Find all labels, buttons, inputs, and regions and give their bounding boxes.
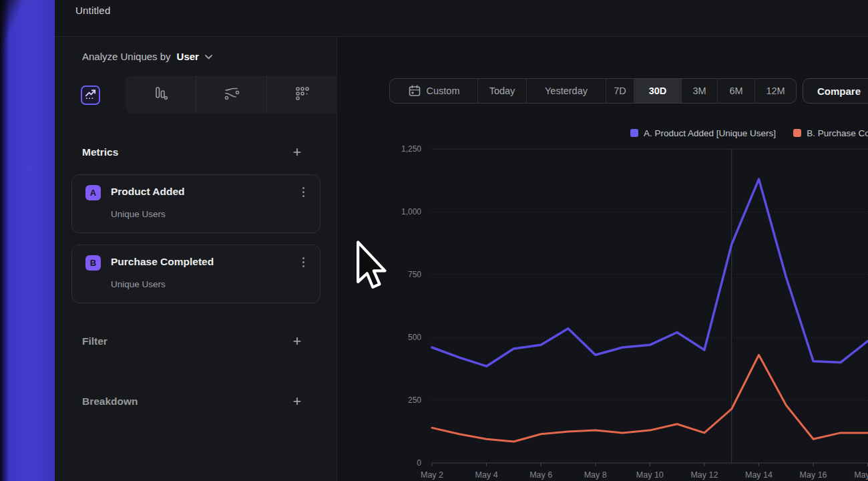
x-axis-ticks	[432, 463, 868, 466]
chart-type-tabs-rest	[126, 75, 337, 114]
kebab-menu-icon[interactable]	[298, 186, 308, 199]
legend-swatch	[630, 129, 638, 137]
svg-text:May 10: May 10	[636, 470, 664, 480]
line-chart-icon	[84, 88, 97, 103]
metric-card-a[interactable]: AProduct AddedUnique Users	[71, 174, 320, 233]
svg-text:1,250: 1,250	[401, 144, 421, 154]
add-metric-button[interactable]: +	[290, 145, 304, 160]
metric-measure[interactable]: Unique Users	[111, 279, 166, 289]
chevron-down-icon[interactable]	[205, 55, 212, 59]
range-label: 3M	[692, 86, 706, 96]
analyze-entity-dropdown[interactable]: User	[177, 51, 199, 62]
left-accent-strip	[0, 0, 55, 481]
svg-text:750: 750	[408, 270, 421, 279]
top-bar: Untitled	[55, 0, 868, 37]
x-axis-labels: May 2May 4May 6May 8May 10May 12May 14Ma…	[421, 470, 868, 480]
range-option-custom[interactable]: Custom	[390, 79, 477, 103]
svg-text:May 4: May 4	[475, 470, 498, 480]
legend-item[interactable]: A. Product Added [Unique Users]	[630, 128, 776, 138]
legend-item[interactable]: B. Purchase Completed [Unique Users]	[793, 128, 868, 138]
tab-line-chart[interactable]	[81, 86, 100, 105]
filter-heading: Filter	[82, 335, 107, 347]
metric-badge: A	[85, 185, 101, 200]
compare-button[interactable]: Compare	[803, 78, 868, 104]
range-option-today[interactable]: Today	[477, 79, 526, 103]
range-option-yesterday[interactable]: Yesterday	[526, 79, 606, 103]
svg-text:May 18: May 18	[854, 470, 868, 480]
date-range-picker: CustomTodayYesterday7D30D3M6M12M	[389, 78, 797, 104]
svg-text:May 14: May 14	[745, 470, 773, 480]
app-screen: Untitled Analyze Uniques by User	[0, 0, 868, 481]
range-option-7d[interactable]: 7D	[606, 79, 634, 103]
svg-text:1,000: 1,000	[401, 207, 421, 216]
range-label: Today	[489, 86, 515, 96]
chart-legend: A. Product Added [Unique Users]B. Purcha…	[630, 128, 868, 138]
kebab-menu-icon[interactable]	[298, 256, 308, 269]
legend-label: A. Product Added [Unique Users]	[644, 128, 776, 138]
svg-text:May 6: May 6	[529, 470, 552, 480]
metric-name: Product Added	[111, 186, 185, 198]
svg-text:0: 0	[417, 458, 421, 468]
svg-text:May 16: May 16	[800, 470, 827, 480]
filter-header: Filter +	[82, 334, 304, 349]
analyze-row: Analyze Uniques by User	[55, 37, 337, 75]
svg-text:May 2: May 2	[421, 470, 443, 480]
calendar-icon	[408, 84, 421, 98]
add-filter-button[interactable]: +	[290, 334, 304, 349]
series-line-b[interactable]	[432, 355, 868, 442]
chart-gridlines	[432, 149, 868, 463]
series-line-a[interactable]	[432, 179, 868, 366]
add-breakdown-button[interactable]: +	[290, 394, 304, 409]
range-option-6m[interactable]: 6M	[717, 79, 754, 103]
metrics-heading: Metrics	[82, 146, 118, 158]
svg-text:250: 250	[408, 395, 421, 405]
range-label: 7D	[614, 86, 626, 96]
svg-text:500: 500	[408, 333, 421, 342]
grid-dots-icon	[294, 86, 310, 104]
range-label: Yesterday	[545, 86, 588, 96]
metric-card-b[interactable]: BPurchase CompletedUnique Users	[71, 245, 320, 303]
analyze-label: Analyze Uniques by	[82, 51, 171, 62]
svg-text:May 12: May 12	[690, 470, 718, 480]
legend-swatch	[793, 129, 801, 137]
chart-type-tabs	[55, 75, 337, 114]
range-option-12m[interactable]: 12M	[754, 79, 796, 103]
breakdown-heading: Breakdown	[82, 395, 138, 408]
tab-retention-grid[interactable]	[266, 75, 337, 114]
legend-label: B. Purchase Completed [Unique Users]	[807, 128, 868, 138]
metric-measure[interactable]: Unique Users	[111, 209, 166, 219]
metrics-header: Metrics +	[82, 145, 304, 160]
range-option-30d[interactable]: 30D	[634, 79, 681, 103]
svg-text:May 8: May 8	[584, 470, 607, 480]
flow-chart-icon	[223, 86, 240, 104]
breakdown-header: Breakdown +	[82, 394, 304, 409]
report-title[interactable]: Untitled	[75, 5, 110, 16]
range-label: 6M	[729, 86, 742, 96]
tab-flow-chart[interactable]	[196, 75, 266, 114]
range-label: 30D	[649, 86, 667, 96]
compare-label: Compare	[817, 86, 861, 97]
bar-chart-icon	[153, 86, 169, 104]
metric-badge: B	[85, 255, 101, 271]
sidebar: Analyze Uniques by User	[55, 37, 337, 481]
chart-panel: 02505007501,0001,250May 2May 4May 6May 8…	[337, 37, 868, 481]
metric-name: Purchase Completed	[111, 256, 214, 268]
range-label: Custom	[427, 86, 460, 96]
range-option-3m[interactable]: 3M	[681, 79, 717, 103]
range-label: 12M	[766, 86, 785, 96]
y-axis-labels: 02505007501,0001,250	[401, 144, 421, 468]
tab-bar-chart[interactable]	[126, 75, 196, 114]
